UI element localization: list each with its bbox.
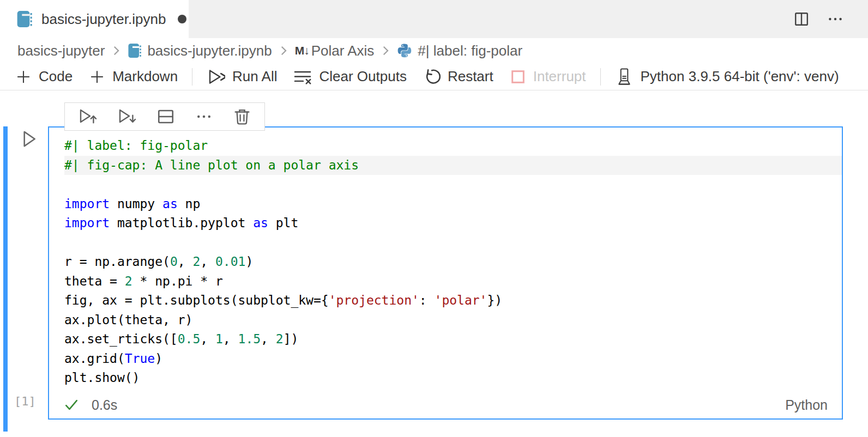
code-line[interactable]: plt.show() bbox=[64, 368, 842, 388]
breadcrumb-label: basics-jupyter bbox=[17, 43, 105, 59]
tab-bar: basics-jupyter.ipynb bbox=[0, 0, 868, 38]
toolbar-divider bbox=[192, 68, 192, 86]
run-cell-button[interactable] bbox=[19, 129, 39, 149]
clear-outputs-label: Clear Outputs bbox=[319, 68, 406, 85]
breadcrumb-item-cell[interactable]: #| label: fig-polar bbox=[397, 43, 522, 59]
code-editor[interactable]: #| label: fig-polar#| fig-cap: A line pl… bbox=[64, 136, 842, 388]
clear-outputs-icon bbox=[293, 69, 312, 85]
interrupt-icon bbox=[510, 69, 526, 85]
clear-outputs-button[interactable]: Clear Outputs bbox=[293, 68, 406, 85]
breadcrumb-item-file[interactable]: basics-jupyter.ipynb bbox=[128, 43, 272, 59]
plus-icon bbox=[89, 69, 105, 85]
code-line[interactable] bbox=[64, 233, 842, 253]
tab-basics-jupyter[interactable]: basics-jupyter.ipynb bbox=[0, 0, 189, 38]
code-line[interactable]: #| fig-cap: A line plot on a polar axis bbox=[64, 156, 842, 175]
more-actions-icon[interactable] bbox=[827, 10, 844, 28]
add-markdown-cell-button[interactable]: Markdown bbox=[89, 68, 178, 85]
breadcrumb-label: #| label: fig-polar bbox=[418, 43, 522, 59]
execution-time: 0.6s bbox=[92, 397, 117, 413]
vscode-window: { "tab": { "title": "basics-jupyter.ipyn… bbox=[0, 0, 868, 437]
code-line[interactable]: fig, ax = plt.subplots(subplot_kw={'proj… bbox=[64, 291, 842, 311]
delete-cell-icon[interactable] bbox=[233, 107, 251, 126]
split-cell-icon[interactable] bbox=[156, 107, 175, 126]
plus-icon bbox=[15, 69, 32, 85]
code-line[interactable]: ax.plot(theta, r) bbox=[64, 311, 842, 330]
add-code-cell-button[interactable]: Code bbox=[15, 68, 73, 85]
tab-title: basics-jupyter.ipynb bbox=[41, 11, 166, 28]
code-cell[interactable]: #| label: fig-polar#| fig-cap: A line pl… bbox=[48, 126, 843, 420]
code-line[interactable]: import matplotlib.pyplot as plt bbox=[64, 214, 842, 233]
code-line[interactable]: #| label: fig-polar bbox=[64, 136, 842, 156]
run-all-button[interactable]: Run All bbox=[207, 68, 277, 86]
code-line[interactable]: theta = 2 * np.pi * r bbox=[64, 272, 842, 292]
notebook-toolbar: Code Markdown Run All Clear Outputs bbox=[0, 63, 868, 90]
kernel-label: Python 3.9.5 64-bit ('env': venv) bbox=[641, 68, 839, 85]
toolbar-divider bbox=[600, 68, 601, 86]
interrupt-label: Interrupt bbox=[533, 68, 586, 85]
kernel-picker-button[interactable]: Python 3.9.5 64-bit ('env': venv) bbox=[615, 67, 839, 87]
cell-language-picker[interactable]: Python bbox=[785, 397, 828, 413]
chevron-right-icon bbox=[379, 44, 391, 58]
breadcrumb-label: basics-jupyter.ipynb bbox=[147, 43, 272, 59]
chevron-right-icon bbox=[278, 44, 290, 58]
breadcrumb-label: Polar Axis bbox=[311, 43, 375, 59]
notebook-icon bbox=[128, 43, 142, 59]
cell-selection-bar bbox=[3, 126, 8, 432]
cell-toolbar bbox=[64, 102, 265, 131]
modified-indicator[interactable] bbox=[178, 15, 186, 23]
code-line[interactable]: ax.grid(True) bbox=[64, 349, 842, 369]
run-all-label: Run All bbox=[232, 68, 277, 85]
run-below-icon[interactable] bbox=[117, 107, 137, 126]
cell-status-bar: 0.6s Python bbox=[49, 391, 842, 418]
breadcrumb-item-folder[interactable]: basics-jupyter bbox=[17, 43, 105, 59]
breadcrumb-item-section[interactable]: M↓ Polar Axis bbox=[295, 43, 375, 59]
interrupt-kernel-button[interactable]: Interrupt bbox=[510, 68, 586, 85]
split-editor-icon[interactable] bbox=[793, 10, 810, 28]
run-all-icon bbox=[207, 68, 225, 86]
run-above-icon[interactable] bbox=[78, 107, 98, 126]
restart-kernel-button[interactable]: Restart bbox=[423, 68, 493, 86]
add-code-label: Code bbox=[39, 68, 73, 85]
code-line[interactable]: r = np.arange(0, 2, 0.01) bbox=[64, 252, 842, 272]
markdown-icon: M↓ bbox=[295, 44, 309, 57]
execution-count: [1] bbox=[14, 394, 36, 408]
notebook-editor: [1] bbox=[0, 90, 868, 437]
code-line[interactable] bbox=[64, 175, 842, 195]
breadcrumb: basics-jupyter basics-jupyter.ipynb M↓ P… bbox=[0, 38, 868, 63]
add-markdown-label: Markdown bbox=[112, 68, 178, 85]
code-line[interactable]: import numpy as np bbox=[64, 195, 842, 214]
code-line[interactable]: ax.set_rticks([0.5, 1, 1.5, 2]) bbox=[64, 330, 842, 349]
chevron-right-icon bbox=[110, 44, 122, 58]
kernel-icon bbox=[615, 67, 634, 87]
restart-label: Restart bbox=[448, 68, 493, 85]
editor-actions bbox=[793, 0, 844, 38]
restart-icon bbox=[423, 68, 441, 86]
python-icon bbox=[397, 43, 412, 58]
notebook-icon bbox=[16, 10, 33, 28]
success-check-icon bbox=[63, 397, 80, 413]
more-cell-actions-icon[interactable] bbox=[195, 107, 213, 126]
